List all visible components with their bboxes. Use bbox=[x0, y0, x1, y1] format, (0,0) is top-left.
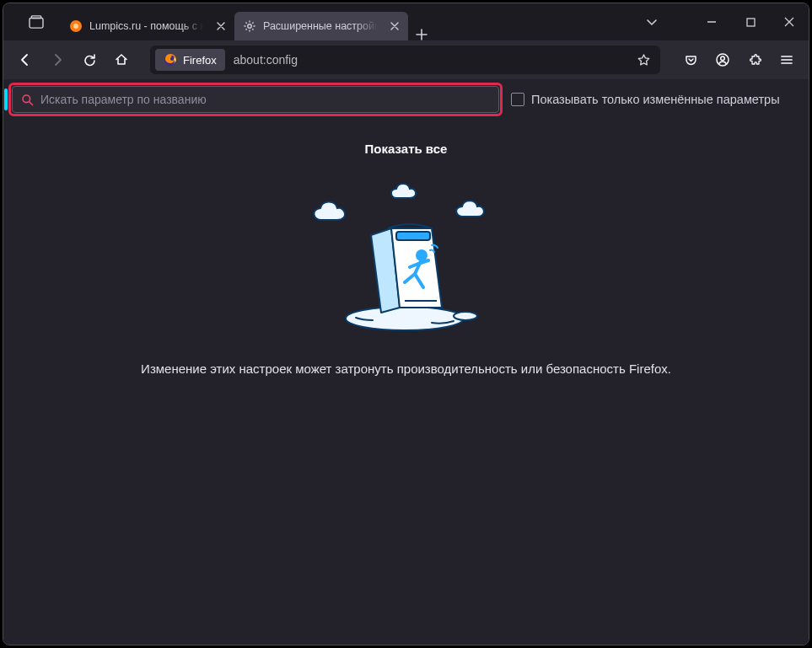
workspaces-icon bbox=[29, 15, 44, 29]
app-menu-button[interactable] bbox=[772, 46, 802, 74]
tabstrip: Lumpics.ru - помощь с компьютером Расшир… bbox=[61, 3, 435, 40]
minimize-icon bbox=[707, 17, 717, 27]
reload-button[interactable] bbox=[74, 46, 105, 74]
reload-icon bbox=[83, 53, 97, 67]
search-icon bbox=[21, 94, 34, 106]
close-icon bbox=[390, 22, 399, 30]
svg-rect-0 bbox=[30, 19, 43, 29]
caution-illustration bbox=[297, 179, 516, 340]
gear-icon bbox=[243, 19, 256, 33]
tab-about-config[interactable]: Расширенные настройки bbox=[234, 12, 408, 40]
close-icon bbox=[784, 17, 794, 27]
titlebar-left bbox=[3, 3, 61, 40]
url-bar[interactable]: Firefox about:config bbox=[150, 46, 660, 74]
pocket-icon bbox=[684, 53, 698, 67]
config-search-input[interactable] bbox=[40, 93, 490, 106]
svg-rect-12 bbox=[396, 232, 430, 240]
titlebar: Lumpics.ru - помощь с компьютером Расшир… bbox=[3, 3, 809, 40]
new-tab-button[interactable] bbox=[408, 24, 435, 40]
forward-button[interactable] bbox=[42, 46, 73, 74]
about-config-content: Показывать только изменённые параметры П… bbox=[3, 79, 809, 645]
arrow-left-icon bbox=[18, 52, 33, 67]
arrow-right-icon bbox=[50, 52, 65, 67]
extensions-button[interactable] bbox=[739, 46, 770, 74]
only-modified-label: Показывать только изменённые параметры bbox=[531, 93, 780, 106]
config-main: Показать все bbox=[3, 120, 809, 645]
favicon-lumpics bbox=[69, 19, 83, 33]
tab-lumpics[interactable]: Lumpics.ru - помощь с компьютером bbox=[61, 12, 234, 40]
svg-rect-5 bbox=[747, 19, 755, 26]
browser-window: Lumpics.ru - помощь с компьютером Расшир… bbox=[3, 3, 809, 645]
firefox-logo-icon bbox=[164, 53, 177, 67]
tab-close-button[interactable] bbox=[212, 18, 229, 35]
workspaces-button[interactable] bbox=[19, 8, 54, 35]
only-modified-toggle[interactable]: Показывать только изменённые параметры bbox=[511, 93, 780, 106]
svg-point-11 bbox=[454, 312, 477, 320]
home-button[interactable] bbox=[106, 46, 137, 74]
svg-point-9 bbox=[23, 95, 30, 103]
svg-point-3 bbox=[73, 24, 78, 29]
annotation-highlight bbox=[8, 83, 503, 116]
list-all-tabs-button[interactable] bbox=[637, 3, 667, 40]
checkbox-icon bbox=[511, 93, 524, 106]
tab-close-button[interactable] bbox=[386, 18, 403, 35]
puzzle-icon bbox=[748, 53, 762, 67]
config-search-box[interactable] bbox=[12, 86, 499, 113]
tab-label: Lumpics.ru - помощь с компьютером bbox=[89, 20, 206, 32]
svg-point-4 bbox=[248, 24, 251, 28]
pocket-button[interactable] bbox=[675, 46, 706, 74]
close-window-button[interactable] bbox=[770, 3, 809, 40]
svg-point-10 bbox=[346, 307, 464, 330]
window-controls bbox=[692, 3, 809, 40]
identity-firefox-badge[interactable]: Firefox bbox=[155, 49, 225, 71]
toolbar-right bbox=[670, 46, 802, 74]
home-icon bbox=[114, 52, 129, 67]
config-search-row: Показывать только изменённые параметры bbox=[3, 79, 809, 120]
titlebar-spacer[interactable] bbox=[435, 3, 637, 40]
svg-rect-1 bbox=[31, 16, 41, 19]
account-button[interactable] bbox=[707, 46, 738, 74]
minimize-button[interactable] bbox=[692, 3, 731, 40]
hamburger-icon bbox=[780, 53, 793, 67]
plus-icon bbox=[416, 29, 428, 40]
back-button[interactable] bbox=[10, 46, 40, 74]
close-icon bbox=[217, 22, 225, 30]
chevron-down-icon bbox=[646, 16, 658, 28]
svg-point-8 bbox=[721, 56, 725, 61]
tab-label: Расширенные настройки bbox=[263, 20, 379, 32]
maximize-icon bbox=[746, 18, 756, 27]
url-text: about:config bbox=[227, 53, 630, 67]
show-all-link[interactable]: Показать все bbox=[365, 142, 448, 156]
account-icon bbox=[715, 52, 730, 67]
bookmark-star-button[interactable] bbox=[630, 47, 657, 72]
star-icon bbox=[637, 53, 651, 67]
maximize-button[interactable] bbox=[731, 3, 770, 40]
identity-label: Firefox bbox=[183, 54, 217, 67]
nav-toolbar: Firefox about:config bbox=[3, 40, 809, 79]
config-warning-text: Изменение этих настроек может затронуть … bbox=[141, 361, 671, 376]
